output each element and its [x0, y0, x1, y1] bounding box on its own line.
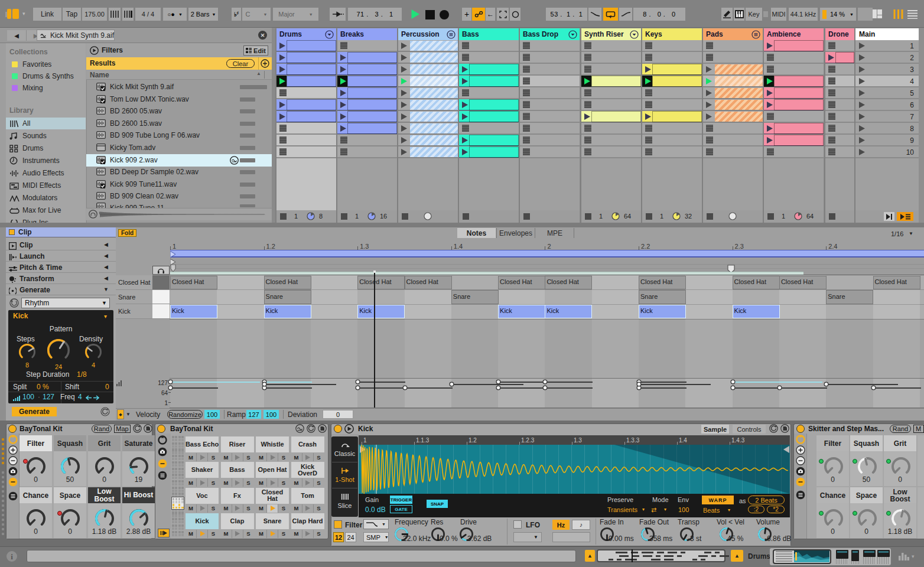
svg-text:i: i [11, 552, 13, 561]
